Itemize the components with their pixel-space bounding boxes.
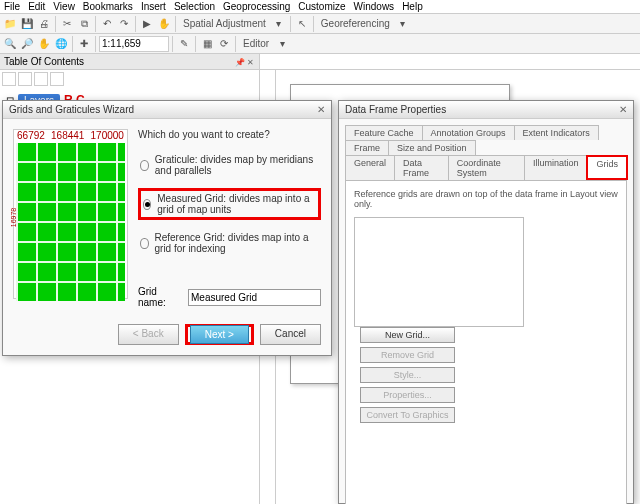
wizard-title: Grids and Graticules Wizard bbox=[9, 104, 134, 115]
editor-icon[interactable]: ✎ bbox=[176, 36, 192, 52]
data-frame-properties-dialog: Data Frame Properties ✕ Feature Cache An… bbox=[338, 100, 634, 504]
zoom-out-icon[interactable]: 🔎 bbox=[19, 36, 35, 52]
back-button: < Back bbox=[118, 324, 179, 345]
tab-annotation-groups[interactable]: Annotation Groups bbox=[422, 125, 515, 140]
convert-graphics-button: Convert To Graphics bbox=[360, 407, 455, 423]
close-icon[interactable]: ✕ bbox=[245, 58, 255, 67]
zoom-in-icon[interactable]: 🔍 bbox=[2, 36, 18, 52]
list-by-source-icon[interactable] bbox=[18, 72, 32, 86]
coord-label: 66792 bbox=[17, 130, 45, 141]
option-label: Reference Grid: divides map into a grid … bbox=[155, 232, 320, 254]
option-label: Measured Grid: divides map into a grid o… bbox=[157, 193, 316, 215]
gridname-input[interactable] bbox=[188, 289, 321, 306]
rotate-icon[interactable]: ⟳ bbox=[216, 36, 232, 52]
pan-icon[interactable]: ✋ bbox=[156, 16, 172, 32]
list-by-drawing-icon[interactable] bbox=[2, 72, 16, 86]
tab-extent-indicators[interactable]: Extent Indicators bbox=[514, 125, 599, 140]
close-icon[interactable]: ✕ bbox=[317, 104, 325, 115]
style-button: Style... bbox=[360, 367, 455, 383]
georef-label[interactable]: Georeferencing bbox=[321, 18, 390, 29]
toc-view-buttons bbox=[0, 70, 259, 88]
pin-icon[interactable]: 📌 bbox=[235, 58, 245, 67]
toolbar-standard: 📁 💾 🖨 ✂ ⧉ ↶ ↷ ▶ ✋ Spatial Adjustment ▾ ↖… bbox=[0, 14, 640, 34]
chevron-down-icon[interactable]: ▾ bbox=[271, 16, 287, 32]
next-button[interactable]: Next > bbox=[190, 325, 249, 344]
grids-wizard-dialog: Grids and Graticules Wizard ✕ 66792 1684… bbox=[2, 100, 332, 356]
pointer-icon[interactable]: ▶ bbox=[139, 16, 155, 32]
wizard-preview: 66792 168441 170000 16978 bbox=[13, 129, 128, 299]
option-label: Graticule: divides map by meridians and … bbox=[155, 154, 319, 176]
tab-illumination[interactable]: Illumination bbox=[524, 155, 588, 180]
layout-icon[interactable]: ▦ bbox=[199, 36, 215, 52]
ruler-horizontal bbox=[260, 54, 640, 70]
close-icon[interactable]: ✕ bbox=[619, 104, 627, 115]
menu-geoprocessing[interactable]: Geoprocessing bbox=[223, 1, 290, 12]
gridname-label: Grid name: bbox=[138, 286, 182, 308]
add-icon[interactable]: ✚ bbox=[76, 36, 92, 52]
coord-label: 16978 bbox=[10, 208, 17, 227]
menu-help[interactable]: Help bbox=[402, 1, 423, 12]
tab-general[interactable]: General bbox=[345, 155, 395, 180]
menu-customize[interactable]: Customize bbox=[298, 1, 345, 12]
menu-bookmarks[interactable]: Bookmarks bbox=[83, 1, 133, 12]
redo-icon[interactable]: ↷ bbox=[116, 16, 132, 32]
remove-grid-button: Remove Grid bbox=[360, 347, 455, 363]
radio-icon[interactable] bbox=[140, 238, 149, 249]
tab-size-position[interactable]: Size and Position bbox=[388, 140, 476, 155]
properties-button: Properties... bbox=[360, 387, 455, 403]
menu-windows[interactable]: Windows bbox=[354, 1, 395, 12]
tab-grids[interactable]: Grids bbox=[586, 155, 628, 180]
toolbar-tools: 🔍 🔎 ✋ 🌐 ✚ ✎ ▦ ⟳ Editor ▾ bbox=[0, 34, 640, 54]
undo-icon[interactable]: ↶ bbox=[99, 16, 115, 32]
tab-frame[interactable]: Frame bbox=[345, 140, 389, 155]
menu-selection[interactable]: Selection bbox=[174, 1, 215, 12]
editor-label[interactable]: Editor bbox=[243, 38, 269, 49]
coord-label: 168441 bbox=[51, 130, 84, 141]
list-by-visibility-icon[interactable] bbox=[34, 72, 48, 86]
option-measured-grid[interactable]: Measured Grid: divides map into a grid o… bbox=[138, 188, 321, 220]
open-icon[interactable]: 📁 bbox=[2, 16, 18, 32]
toc-title: Table Of Contents bbox=[4, 56, 84, 67]
menu-insert[interactable]: Insert bbox=[141, 1, 166, 12]
full-extent-icon[interactable]: 🌐 bbox=[53, 36, 69, 52]
pan-icon[interactable]: ✋ bbox=[36, 36, 52, 52]
cancel-button[interactable]: Cancel bbox=[260, 324, 321, 345]
spatial-adjustment-label[interactable]: Spatial Adjustment bbox=[183, 18, 266, 29]
grids-listbox[interactable] bbox=[354, 217, 524, 327]
coord-label: 170000 bbox=[91, 130, 124, 141]
tab-feature-cache[interactable]: Feature Cache bbox=[345, 125, 423, 140]
tab-data-frame[interactable]: Data Frame bbox=[394, 155, 449, 180]
chevron-down-icon[interactable]: ▾ bbox=[274, 36, 290, 52]
menu-file[interactable]: File bbox=[4, 1, 20, 12]
cut-icon[interactable]: ✂ bbox=[59, 16, 75, 32]
props-title: Data Frame Properties bbox=[345, 104, 446, 115]
wizard-question: Which do you want to create? bbox=[138, 129, 321, 140]
select-icon[interactable]: ↖ bbox=[294, 16, 310, 32]
new-grid-button[interactable]: New Grid... bbox=[360, 327, 455, 343]
menu-edit[interactable]: Edit bbox=[28, 1, 45, 12]
grids-hint: Reference grids are drawn on top of the … bbox=[354, 189, 618, 209]
option-reference-grid[interactable]: Reference Grid: divides map into a grid … bbox=[138, 230, 321, 256]
save-icon[interactable]: 💾 bbox=[19, 16, 35, 32]
menu-bar: File Edit View Bookmarks Insert Selectio… bbox=[0, 0, 640, 14]
menu-view[interactable]: View bbox=[53, 1, 75, 12]
copy-icon[interactable]: ⧉ bbox=[76, 16, 92, 32]
print-icon[interactable]: 🖨 bbox=[36, 16, 52, 32]
list-by-selection-icon[interactable] bbox=[50, 72, 64, 86]
preview-map-icon bbox=[16, 143, 125, 301]
radio-icon[interactable] bbox=[143, 199, 151, 210]
chevron-down-icon[interactable]: ▾ bbox=[395, 16, 411, 32]
option-graticule[interactable]: Graticule: divides map by meridians and … bbox=[138, 152, 321, 178]
tab-coordinate-system[interactable]: Coordinate System bbox=[448, 155, 525, 180]
scale-input[interactable] bbox=[99, 36, 169, 52]
radio-icon[interactable] bbox=[140, 160, 149, 171]
